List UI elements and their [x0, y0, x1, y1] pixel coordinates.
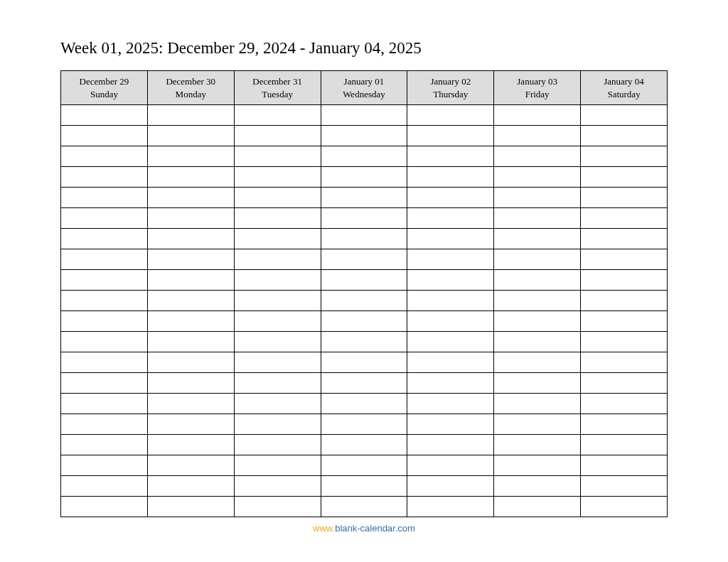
calendar-cell[interactable]: [321, 167, 407, 188]
calendar-cell[interactable]: [234, 332, 321, 352]
calendar-cell[interactable]: [321, 270, 407, 291]
calendar-cell[interactable]: [61, 229, 148, 249]
calendar-cell[interactable]: [407, 455, 494, 476]
calendar-cell[interactable]: [234, 291, 321, 311]
calendar-cell[interactable]: [147, 476, 234, 497]
calendar-cell[interactable]: [494, 229, 581, 249]
calendar-cell[interactable]: [494, 146, 581, 167]
calendar-cell[interactable]: [407, 311, 494, 332]
calendar-cell[interactable]: [581, 332, 668, 352]
calendar-cell[interactable]: [581, 229, 668, 249]
calendar-cell[interactable]: [147, 208, 234, 229]
calendar-cell[interactable]: [234, 105, 321, 126]
calendar-cell[interactable]: [494, 332, 581, 352]
calendar-cell[interactable]: [494, 188, 581, 208]
calendar-cell[interactable]: [407, 105, 494, 126]
calendar-cell[interactable]: [234, 455, 321, 476]
calendar-cell[interactable]: [234, 167, 321, 188]
calendar-cell[interactable]: [321, 435, 407, 455]
calendar-cell[interactable]: [61, 476, 148, 497]
calendar-cell[interactable]: [147, 229, 234, 249]
calendar-cell[interactable]: [581, 497, 668, 517]
calendar-cell[interactable]: [581, 249, 668, 270]
calendar-cell[interactable]: [581, 435, 668, 455]
calendar-cell[interactable]: [234, 188, 321, 208]
calendar-cell[interactable]: [147, 497, 234, 517]
calendar-cell[interactable]: [147, 332, 234, 352]
calendar-cell[interactable]: [61, 497, 148, 517]
calendar-cell[interactable]: [147, 414, 234, 435]
calendar-cell[interactable]: [407, 373, 494, 394]
calendar-cell[interactable]: [407, 394, 494, 414]
calendar-cell[interactable]: [407, 476, 494, 497]
calendar-cell[interactable]: [494, 291, 581, 311]
calendar-cell[interactable]: [407, 291, 494, 311]
calendar-cell[interactable]: [321, 373, 407, 394]
calendar-cell[interactable]: [234, 373, 321, 394]
calendar-cell[interactable]: [61, 249, 148, 270]
calendar-cell[interactable]: [61, 332, 148, 352]
footer-link[interactable]: www.blank-calendar.com: [0, 523, 728, 534]
calendar-cell[interactable]: [581, 146, 668, 167]
calendar-cell[interactable]: [147, 105, 234, 126]
calendar-cell[interactable]: [581, 373, 668, 394]
calendar-cell[interactable]: [407, 497, 494, 517]
calendar-cell[interactable]: [321, 455, 407, 476]
calendar-cell[interactable]: [321, 497, 407, 517]
calendar-cell[interactable]: [234, 126, 321, 146]
calendar-cell[interactable]: [581, 126, 668, 146]
calendar-cell[interactable]: [321, 332, 407, 352]
calendar-cell[interactable]: [321, 352, 407, 373]
calendar-cell[interactable]: [494, 167, 581, 188]
calendar-cell[interactable]: [494, 497, 581, 517]
calendar-cell[interactable]: [147, 188, 234, 208]
calendar-cell[interactable]: [61, 352, 148, 373]
calendar-cell[interactable]: [581, 394, 668, 414]
calendar-cell[interactable]: [407, 126, 494, 146]
calendar-cell[interactable]: [321, 311, 407, 332]
calendar-cell[interactable]: [494, 373, 581, 394]
calendar-cell[interactable]: [581, 208, 668, 229]
calendar-cell[interactable]: [234, 146, 321, 167]
calendar-cell[interactable]: [234, 414, 321, 435]
calendar-cell[interactable]: [494, 126, 581, 146]
calendar-cell[interactable]: [407, 146, 494, 167]
calendar-cell[interactable]: [494, 270, 581, 291]
calendar-cell[interactable]: [234, 497, 321, 517]
calendar-cell[interactable]: [147, 352, 234, 373]
calendar-cell[interactable]: [581, 291, 668, 311]
calendar-cell[interactable]: [61, 188, 148, 208]
calendar-cell[interactable]: [61, 414, 148, 435]
calendar-cell[interactable]: [321, 208, 407, 229]
calendar-cell[interactable]: [321, 414, 407, 435]
calendar-cell[interactable]: [147, 270, 234, 291]
calendar-cell[interactable]: [407, 414, 494, 435]
calendar-cell[interactable]: [581, 188, 668, 208]
calendar-cell[interactable]: [234, 229, 321, 249]
calendar-cell[interactable]: [147, 291, 234, 311]
calendar-cell[interactable]: [407, 435, 494, 455]
calendar-cell[interactable]: [321, 476, 407, 497]
calendar-cell[interactable]: [494, 352, 581, 373]
calendar-cell[interactable]: [147, 455, 234, 476]
calendar-cell[interactable]: [321, 188, 407, 208]
calendar-cell[interactable]: [494, 435, 581, 455]
calendar-cell[interactable]: [407, 208, 494, 229]
calendar-cell[interactable]: [494, 476, 581, 497]
calendar-cell[interactable]: [147, 394, 234, 414]
calendar-cell[interactable]: [234, 394, 321, 414]
calendar-cell[interactable]: [61, 311, 148, 332]
calendar-cell[interactable]: [234, 435, 321, 455]
calendar-cell[interactable]: [234, 208, 321, 229]
calendar-cell[interactable]: [581, 414, 668, 435]
calendar-cell[interactable]: [407, 229, 494, 249]
calendar-cell[interactable]: [407, 167, 494, 188]
calendar-cell[interactable]: [494, 249, 581, 270]
calendar-cell[interactable]: [581, 105, 668, 126]
calendar-cell[interactable]: [147, 435, 234, 455]
calendar-cell[interactable]: [321, 126, 407, 146]
calendar-cell[interactable]: [61, 167, 148, 188]
calendar-cell[interactable]: [494, 208, 581, 229]
calendar-cell[interactable]: [581, 476, 668, 497]
calendar-cell[interactable]: [407, 332, 494, 352]
